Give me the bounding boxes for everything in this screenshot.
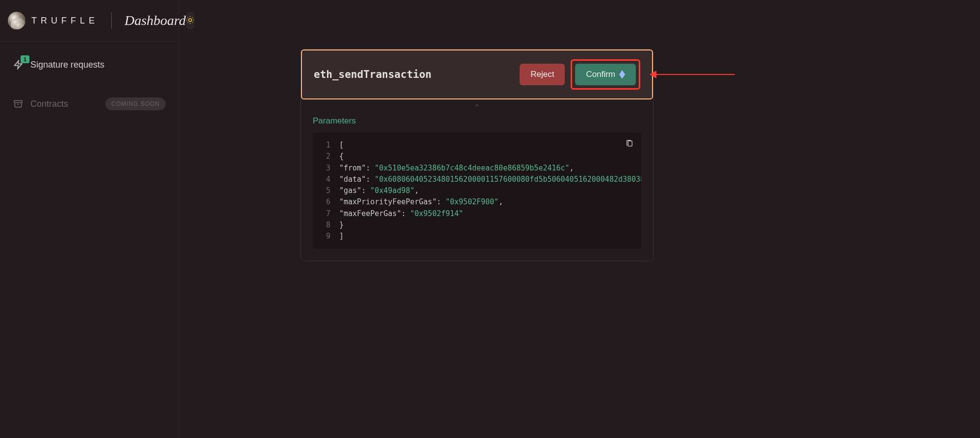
svg-rect-10: [14, 100, 23, 102]
parameters-heading: Parameters: [313, 116, 641, 126]
transaction-body: Parameters 1[2 {3 "from": "0x510e5ea3238…: [301, 116, 653, 261]
line-number: 6: [321, 196, 330, 208]
divider: [111, 12, 112, 29]
transaction-card: eth_sendTransaction Reject Confirm Param…: [301, 49, 653, 261]
line-number: 8: [321, 219, 330, 231]
transaction-header: eth_sendTransaction Reject Confirm: [301, 49, 653, 99]
code-line: 6 "maxPriorityFeePerGas": "0x9502F900",: [321, 196, 633, 208]
code-line: 7 "maxFeePerGas": "0x9502f914": [321, 208, 633, 219]
lightning-icon: 1: [13, 59, 24, 70]
transaction-actions: Reject Confirm: [520, 59, 640, 90]
code-line: 8 }: [321, 219, 633, 231]
nav: 1 Signature requests Contracts COMING SO…: [0, 42, 178, 144]
line-number: 5: [321, 185, 330, 196]
parameters-code: 1[2 {3 "from": "0x510e5ea32386b7c48c4dee…: [313, 133, 641, 249]
transaction-method: eth_sendTransaction: [314, 69, 431, 80]
truffle-logo-icon: [8, 12, 25, 29]
code-line: 4 "data": "0x608060405234801562000011576…: [321, 174, 633, 185]
sidebar-item-signature-requests[interactable]: 1 Signature requests: [6, 53, 173, 76]
collapse-toggle[interactable]: [301, 99, 653, 112]
ethereum-icon: [619, 70, 625, 79]
copy-button[interactable]: [625, 139, 634, 150]
annotation-arrow: [650, 71, 735, 78]
line-number: 7: [321, 208, 330, 219]
archive-icon: [13, 98, 24, 109]
confirm-highlight-box: Confirm: [571, 59, 640, 90]
code-line: 1[: [321, 140, 633, 151]
sidebar-item-label: Signature requests: [30, 60, 104, 70]
brand-text: TRUFFLE: [31, 16, 99, 26]
reject-button[interactable]: Reject: [520, 64, 565, 85]
confirm-button-label: Confirm: [586, 70, 615, 79]
sidebar-item-contracts: Contracts COMING SOON: [6, 92, 173, 116]
brand[interactable]: TRUFFLE Dashboard: [8, 12, 186, 29]
line-number: 2: [321, 151, 330, 162]
sidebar: TRUFFLE Dashboard 1: [0, 0, 179, 438]
sidebar-item-label: Contracts: [30, 99, 68, 109]
code-line: 9]: [321, 231, 633, 242]
header-title: Dashboard: [125, 13, 186, 28]
line-number: 9: [321, 231, 330, 242]
code-line: 2 {: [321, 151, 633, 162]
header: TRUFFLE Dashboard: [0, 0, 178, 42]
code-line: 5 "gas": "0x49ad98",: [321, 185, 633, 196]
line-number: 3: [321, 163, 330, 174]
clipboard-icon: [626, 142, 633, 149]
svg-rect-12: [628, 141, 632, 146]
confirm-button[interactable]: Confirm: [575, 64, 636, 85]
code-line: 3 "from": "0x510e5ea32386b7c48c4deeac80e…: [321, 163, 633, 174]
line-number: 4: [321, 174, 330, 185]
chevron-up-icon: [473, 101, 481, 110]
badge-count: 1: [21, 55, 29, 63]
main: eth_sendTransaction Reject Confirm Param…: [179, 0, 980, 438]
line-number: 1: [321, 140, 330, 151]
coming-soon-badge: COMING SOON: [105, 97, 166, 110]
arrow-head-icon: [650, 71, 656, 78]
arrow-line: [656, 74, 735, 75]
